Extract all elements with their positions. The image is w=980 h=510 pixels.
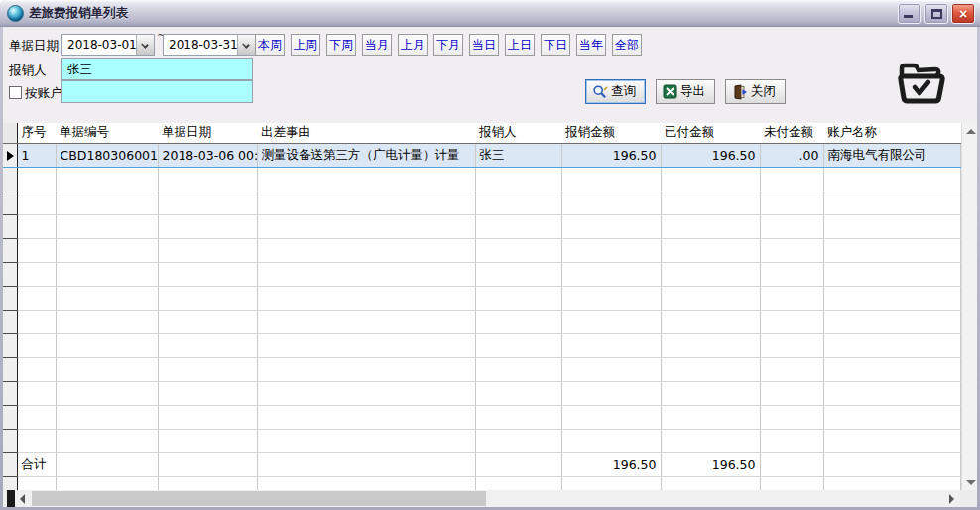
scroll-down-button[interactable]: [962, 474, 978, 490]
date-to-value: 2018-03-31: [164, 35, 237, 55]
quick-range-button[interactable]: 上日: [505, 34, 535, 56]
empty-cell: [56, 333, 158, 357]
cell[interactable]: 196.50: [661, 143, 760, 167]
empty-cell: [823, 214, 960, 238]
close-action-button[interactable]: 关闭: [725, 79, 786, 104]
maximize-button[interactable]: [924, 3, 948, 24]
quick-range-button[interactable]: 当年: [576, 34, 606, 56]
empty-cell: [158, 238, 257, 262]
minimize-button[interactable]: [898, 3, 921, 24]
cell[interactable]: 测量设备送第三方（广电计量）计量: [257, 143, 475, 167]
empty-cell: [661, 357, 760, 381]
column-header[interactable]: 出差事由: [257, 123, 475, 143]
titlebar[interactable]: 差旅费报销单列表 ×: [0, 0, 980, 27]
quick-range-button[interactable]: 上月: [398, 34, 428, 56]
table-row[interactable]: 1CBD1803060012018-03-06 00:00测量设备送第三方（广电…: [3, 143, 960, 167]
column-header[interactable]: 单据编号: [56, 123, 158, 143]
quick-range-button[interactable]: 上周: [291, 34, 320, 56]
cell[interactable]: 张三: [475, 143, 561, 167]
empty-cell: [561, 214, 661, 238]
vertical-scrollbar[interactable]: [961, 123, 978, 490]
scroll-up-button[interactable]: [962, 123, 978, 139]
empty-cell: [661, 286, 760, 310]
empty-cell: [56, 452, 158, 476]
export-button[interactable]: 导出: [656, 79, 715, 104]
reimburser-label: 报销人: [9, 63, 47, 79]
date-range-label: 单据日期: [9, 38, 59, 55]
date-from-combobox[interactable]: 2018-03-01: [61, 34, 155, 56]
quick-range-button[interactable]: 当日: [469, 34, 499, 56]
empty-cell: [158, 310, 257, 333]
cell[interactable]: 2018-03-06 00:00: [158, 143, 257, 167]
empty-cell: [257, 167, 475, 191]
arrow-down-icon: [966, 480, 976, 485]
row-indicator-cell: [3, 429, 17, 452]
empty-cell: [475, 333, 561, 357]
cell[interactable]: CBD180306001: [56, 143, 158, 167]
empty-cell: [661, 381, 760, 405]
cell[interactable]: 南海电气有限公司: [823, 143, 960, 167]
column-header[interactable]: 已付金额: [661, 123, 760, 143]
quick-range-button[interactable]: 下周: [326, 34, 356, 56]
date-to-combobox[interactable]: 2018-03-31: [163, 34, 256, 56]
arrow-right-icon: [949, 494, 954, 504]
empty-cell: [823, 262, 960, 286]
empty-cell: [56, 381, 158, 405]
empty-cell: [17, 357, 56, 381]
cell[interactable]: 196.50: [561, 143, 661, 167]
scroll-right-button[interactable]: [943, 490, 960, 507]
row-indicator-cell: [3, 143, 17, 167]
empty-cell: [760, 262, 823, 286]
quick-range-button[interactable]: 本周: [255, 34, 285, 56]
column-header[interactable]: 序号: [17, 123, 56, 143]
close-button[interactable]: ×: [951, 3, 975, 24]
column-header[interactable]: 报销金额: [561, 123, 661, 143]
quick-range-button[interactable]: 下月: [433, 34, 463, 56]
empty-cell: [661, 214, 760, 238]
empty-row: [3, 357, 960, 381]
quick-range-button[interactable]: 当月: [362, 34, 392, 56]
empty-cell: [257, 357, 475, 381]
quick-range-button[interactable]: 全部: [612, 34, 642, 56]
empty-cell: [561, 333, 661, 357]
empty-cell: [475, 405, 561, 429]
date-to-dropdown-button[interactable]: [237, 35, 255, 55]
empty-cell: [158, 476, 257, 490]
empty-row: [3, 286, 960, 310]
empty-cell: [56, 405, 158, 429]
row-indicator-cell: [3, 405, 17, 429]
total-row: 合计196.50196.50: [3, 452, 960, 476]
current-row-arrow-icon: [7, 151, 14, 161]
column-header[interactable]: 未付金额: [760, 123, 823, 143]
empty-cell: [561, 238, 661, 262]
empty-cell: [158, 357, 257, 381]
quick-range-button[interactable]: 下日: [541, 34, 570, 56]
horizontal-scroll-thumb[interactable]: [32, 491, 486, 506]
chevron-down-icon: [141, 41, 149, 49]
empty-cell: [56, 191, 158, 214]
query-button[interactable]: 查询: [585, 79, 646, 104]
cell[interactable]: 1: [17, 143, 56, 167]
empty-cell: [257, 310, 475, 333]
by-account-checkbox[interactable]: [9, 86, 22, 99]
reimburser-input[interactable]: 张三: [61, 58, 253, 80]
empty-cell: [661, 191, 760, 214]
empty-cell: [257, 191, 475, 214]
date-from-dropdown-button[interactable]: [136, 35, 154, 55]
empty-cell: [561, 429, 661, 452]
cell[interactable]: .00: [760, 143, 823, 167]
empty-cell: [56, 238, 158, 262]
column-header[interactable]: 单据日期: [158, 123, 257, 143]
empty-cell: [257, 262, 475, 286]
horizontal-scrollbar[interactable]: [3, 490, 977, 507]
empty-cell: [760, 405, 823, 429]
account-input[interactable]: [61, 80, 253, 103]
empty-cell: [475, 262, 561, 286]
scroll-left-button[interactable]: [15, 490, 32, 507]
empty-cell: [17, 286, 56, 310]
empty-cell: [257, 381, 475, 405]
column-header[interactable]: 账户名称: [823, 123, 960, 143]
empty-cell: [56, 357, 158, 381]
column-header[interactable]: 报销人: [475, 123, 561, 143]
empty-cell: [17, 405, 56, 429]
